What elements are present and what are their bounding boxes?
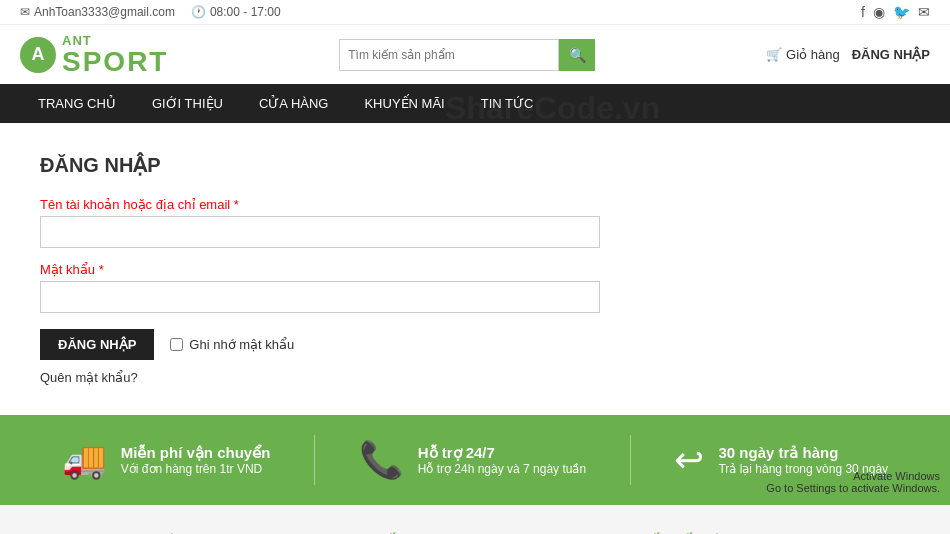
remember-checkbox[interactable] [170, 338, 183, 351]
shipping-icon: 🚚 [62, 439, 107, 481]
page-title: ĐĂNG NHẬP [40, 153, 910, 177]
logo-area: A ANT SPORT [20, 33, 168, 76]
activate-line2: Go to Settings to activate Windows. [766, 482, 940, 494]
support-subtitle: Hỗ trợ 24h ngày và 7 ngày tuần [418, 462, 586, 476]
main-content: ĐĂNG NHẬP Tên tài khoản hoặc địa chỉ ema… [0, 123, 950, 415]
nav-item-promo[interactable]: KHUYẾN MÃI [346, 84, 462, 123]
shipping-subtitle: Với đơn hàng trên 1tr VND [121, 462, 271, 476]
logo-sport: SPORT [62, 48, 168, 76]
support-icon: 📞 [359, 439, 404, 481]
username-group: Tên tài khoản hoặc địa chỉ email * [40, 197, 910, 248]
forgot-password-link[interactable]: Quên mật khẩu? [40, 370, 138, 385]
banner-item-support: 📞 Hỗ trợ 24/7 Hỗ trợ 24h ngày và 7 ngày … [359, 439, 586, 481]
top-bar-right: f ◉ 🐦 ✉ [861, 4, 930, 20]
submit-button[interactable]: ĐĂNG NHẬP [40, 329, 154, 360]
instagram-icon[interactable]: ◉ [873, 4, 885, 20]
forgot-link-area: Quên mật khẩu? [40, 370, 910, 385]
top-bar-left: ✉ AnhToan3333@gmail.com 🕐 08:00 - 17:00 [20, 5, 281, 19]
email-info: ✉ AnhToan3333@gmail.com [20, 5, 175, 19]
nav-item-news[interactable]: TIN TỨC [463, 84, 552, 123]
return-title: 30 ngày trả hàng [718, 444, 888, 462]
username-label: Tên tài khoản hoặc địa chỉ email * [40, 197, 910, 212]
logo-text: ANT SPORT [62, 33, 168, 76]
form-actions: ĐĂNG NHẬP Ghi nhớ mật khẩu [40, 329, 910, 360]
remember-text: Ghi nhớ mật khẩu [189, 337, 294, 352]
email-text: AnhToan3333@gmail.com [34, 5, 175, 19]
remember-label[interactable]: Ghi nhớ mật khẩu [170, 337, 294, 352]
nav-item-about[interactable]: GIỚI THIỆU [134, 84, 241, 123]
password-required: * [99, 262, 104, 277]
facebook-icon[interactable]: f [861, 4, 865, 20]
banner-divider-1 [314, 435, 315, 485]
nav-item-home[interactable]: TRANG CHỦ [20, 84, 134, 123]
footer: THÔNG TIN LIÊN HỆ Custore.vp – Thiết kế,… [0, 505, 950, 534]
top-bar: ✉ AnhToan3333@gmail.com 🕐 08:00 - 17:00 … [0, 0, 950, 25]
banner-support-text: Hỗ trợ 24/7 Hỗ trợ 24h ngày và 7 ngày tu… [418, 444, 586, 476]
hours-info: 🕐 08:00 - 17:00 [191, 5, 281, 19]
shipping-title: Miễn phí vận chuyển [121, 444, 271, 462]
search-input[interactable] [339, 39, 559, 71]
search-icon: 🔍 [569, 47, 586, 63]
clock-icon: 🕐 [191, 5, 206, 19]
cart-area[interactable]: 🛒 Giỏ hàng [766, 47, 840, 62]
password-input[interactable] [40, 281, 600, 313]
search-area: 🔍 [339, 39, 595, 71]
return-icon: ↩ [674, 439, 704, 481]
cart-icon: 🛒 [766, 47, 782, 62]
main-nav: TRANG CHỦ GIỚI THIỆU CỬA HÀNG KHUYẾN MÃI… [0, 84, 950, 123]
logo-icon: A [20, 37, 56, 73]
search-button[interactable]: 🔍 [559, 39, 595, 71]
username-input[interactable] [40, 216, 600, 248]
banner-shipping-text: Miễn phí vận chuyển Với đơn hàng trên 1t… [121, 444, 271, 476]
login-button[interactable]: ĐĂNG NHẬP [852, 47, 930, 62]
cart-label: Giỏ hàng [786, 47, 840, 62]
header-right: 🛒 Giỏ hàng ĐĂNG NHẬP [766, 47, 930, 62]
activate-line1: Activate Windows [766, 470, 940, 482]
nav-item-shop[interactable]: CỬA HÀNG [241, 84, 347, 123]
password-group: Mật khẩu * [40, 262, 910, 313]
banner-divider-2 [630, 435, 631, 485]
twitter-icon[interactable]: 🐦 [893, 4, 910, 20]
activate-windows: Activate Windows Go to Settings to activ… [766, 470, 940, 494]
username-required: * [234, 197, 239, 212]
email-social-icon[interactable]: ✉ [918, 4, 930, 20]
password-label: Mật khẩu * [40, 262, 910, 277]
banner-item-shipping: 🚚 Miễn phí vận chuyển Với đơn hàng trên … [62, 439, 271, 481]
hours-text: 08:00 - 17:00 [210, 5, 281, 19]
header: A ANT SPORT 🔍 🛒 Giỏ hàng ĐĂNG NHẬP Share… [0, 25, 950, 84]
email-icon: ✉ [20, 5, 30, 19]
support-title: Hỗ trợ 24/7 [418, 444, 586, 462]
